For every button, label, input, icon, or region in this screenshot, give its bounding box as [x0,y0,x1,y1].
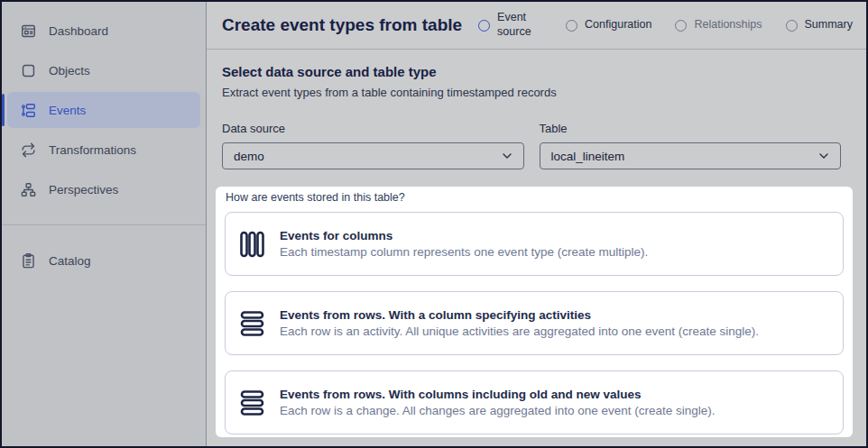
section-description: Extract event types from a table contain… [222,86,851,99]
sidebar-item-perspectives[interactable]: Perspectives [7,171,200,207]
option-title: Events for columns [280,229,648,242]
step-label: Summary [805,18,853,32]
rows-icon [240,389,264,416]
chevron-down-icon [500,149,514,163]
step-circle-icon [478,20,490,32]
data-source-label: Data source [222,122,524,135]
table-field: Table local_lineitem [540,122,842,169]
table-label: Table [540,122,842,135]
step-event-source[interactable]: Event source [478,11,542,39]
step-relationships[interactable]: Relationships [675,18,762,32]
data-source-select[interactable]: demo [222,142,524,169]
sidebar-item-catalog[interactable]: Catalog [7,242,200,279]
source-table-form: Data source demo Table local_lineitem [222,122,841,169]
wizard-stepper: Event source Configuration Relationships… [478,11,853,39]
storage-question: How are events stored in this table? [226,191,844,204]
step-circle-icon [566,20,577,32]
rows-icon [240,310,264,337]
transformations-icon [20,142,37,159]
page-title: Create event types from table [222,15,462,35]
events-icon [20,102,37,119]
wizard-header: Create event types from table Event sour… [207,2,866,50]
option-text: Events from rows. With columns including… [280,388,716,417]
step-label: Event source [497,11,542,39]
sidebar-item-label: Dashboard [49,24,108,38]
sidebar-item-label: Events [49,104,86,117]
step-circle-icon [786,20,798,32]
data-source-field: Data source demo [222,122,524,169]
sidebar-item-label: Catalog [49,254,91,268]
sidebar-item-label: Perspectives [49,183,118,197]
section-title: Select data source and table type [222,64,851,79]
data-source-value: demo [234,150,264,163]
option-rows-old-new-values[interactable]: Events from rows. With columns including… [225,370,844,434]
step-circle-icon [675,20,687,32]
sidebar-item-transformations[interactable]: Transformations [7,132,200,168]
option-rows-activity-column[interactable]: Events from rows. With a column specifyi… [225,291,844,355]
sidebar-item-label: Transformations [49,143,136,157]
step-summary[interactable]: Summary [786,18,853,32]
option-text: Events from rows. With a column specifyi… [280,308,759,338]
step-label: Configuration [585,18,651,32]
sidebar: Dashboard Objects Events Transformations [2,2,207,446]
perspectives-icon [20,181,37,198]
columns-icon [240,231,264,258]
option-events-for-columns[interactable]: Events for columns Each timestamp column… [225,212,844,276]
sidebar-item-label: Objects [49,64,90,78]
catalog-icon [20,252,37,270]
option-text: Events for columns Each timestamp column… [280,229,648,259]
sidebar-divider [2,224,206,225]
app-window: Dashboard Objects Events Transformations [0,0,868,448]
sidebar-item-dashboard[interactable]: Dashboard [7,13,200,49]
chevron-down-icon [817,149,831,163]
table-value: local_lineitem [551,150,625,163]
sidebar-item-objects[interactable]: Objects [7,52,200,88]
objects-icon [20,62,37,79]
option-title: Events from rows. With columns including… [280,388,716,401]
sidebar-item-events[interactable]: Events [7,92,200,128]
option-description: Each row is an activity. All unique acti… [280,325,759,338]
option-description: Each timestamp column represents one eve… [280,245,648,259]
table-select[interactable]: local_lineitem [540,142,842,169]
option-description: Each row is a change. All changes are ag… [280,404,716,417]
option-title: Events from rows. With a column specifyi… [280,308,759,322]
step-label: Relationships [694,18,762,32]
step-configuration[interactable]: Configuration [566,18,651,32]
dashboard-icon [20,23,37,40]
storage-type-spotlight: How are events stored in this table? Eve… [216,187,853,437]
